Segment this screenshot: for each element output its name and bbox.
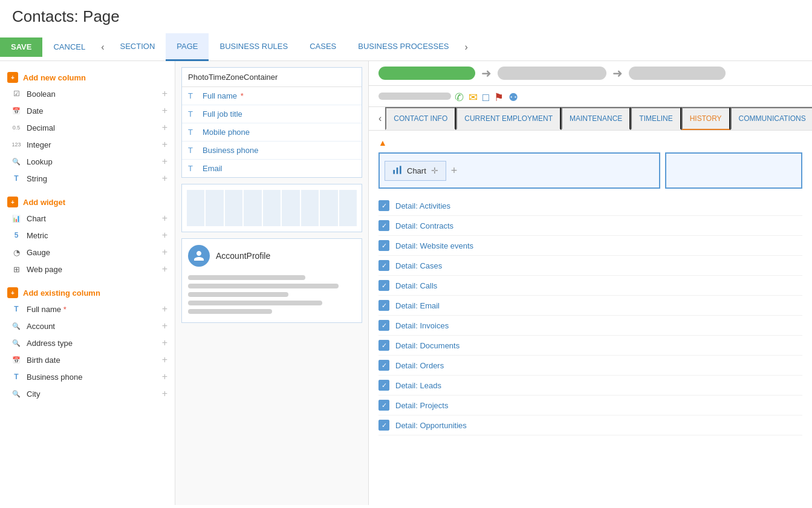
detail-item-website_events[interactable]: ✓ Detail: Website events xyxy=(378,236,802,256)
chart-add-icon[interactable]: + xyxy=(162,213,167,224)
string-icon xyxy=(11,173,22,184)
string-add-icon[interactable]: + xyxy=(162,173,167,184)
move-icon[interactable]: ✛ xyxy=(431,166,438,175)
account-add-icon[interactable]: + xyxy=(162,321,167,331)
webpage-add-icon[interactable]: + xyxy=(162,264,167,275)
svg-rect-2 xyxy=(400,166,401,174)
right-tabs: ‹ CONTACT INFO CURRENT EMPLOYMENT MAINTE… xyxy=(369,107,812,131)
business-phone-type-icon xyxy=(11,371,22,382)
field-mobile-phone[interactable]: T Mobile phone xyxy=(182,123,362,142)
sidebar-item-chart[interactable]: Chart + xyxy=(0,210,175,227)
fullname-add-icon[interactable]: + xyxy=(162,304,167,314)
sidebar-item-gauge[interactable]: Gauge + xyxy=(0,244,175,261)
birth-date-add-icon[interactable]: + xyxy=(162,354,167,365)
progress-bar-container: ➜ ➜ xyxy=(378,66,802,80)
detail-item-orders[interactable]: ✓ Detail: Orders xyxy=(378,356,802,376)
fullname-type-icon xyxy=(11,304,22,314)
date-add-icon[interactable]: + xyxy=(162,105,167,116)
sidebar-item-metric[interactable]: Metric + xyxy=(0,227,175,244)
sidebar-item-integer[interactable]: Integer + xyxy=(0,136,175,153)
detail-label-documents: Detail: Documents xyxy=(395,341,460,350)
integer-add-icon[interactable]: + xyxy=(162,139,167,150)
nav-next-arrow[interactable]: › xyxy=(460,42,473,53)
sidebar-item-fullname[interactable]: Full name * + xyxy=(0,301,175,318)
sidebar-item-boolean[interactable]: Boolean + xyxy=(0,85,175,102)
progress-sub-1 xyxy=(378,93,451,100)
chart-widget-inner[interactable]: Chart ✛ xyxy=(385,161,446,181)
tab-business-rules[interactable]: BUSINESS RULES xyxy=(209,33,299,61)
detail-checkbox-website_events: ✓ xyxy=(378,240,389,251)
sidebar-item-decimal[interactable]: Decimal + xyxy=(0,119,175,136)
sidebar-item-birth-date[interactable]: Birth date + xyxy=(0,351,175,368)
sidebar-item-account[interactable]: Account + xyxy=(0,318,175,334)
business-phone-add-icon[interactable]: + xyxy=(162,371,167,382)
detail-item-calls[interactable]: ✓ Detail: Calls xyxy=(378,276,802,296)
tab-page[interactable]: PAGE xyxy=(166,33,209,61)
city-add-icon[interactable]: + xyxy=(162,388,167,399)
tab-business-processes[interactable]: BUSINESS PROCESSES xyxy=(347,33,460,61)
sidebar-item-webpage[interactable]: Web page + xyxy=(0,261,175,278)
tab-communications[interactable]: COMMUNICATIONS xyxy=(730,107,812,130)
collapse-icon[interactable]: ▲ xyxy=(378,138,802,148)
sidebar-item-lookup[interactable]: Lookup + xyxy=(0,153,175,170)
cancel-button[interactable]: CANCEL xyxy=(42,42,96,51)
sidebar-item-address-type[interactable]: Address type + xyxy=(0,334,175,351)
tabs-prev-arrow[interactable]: ‹ xyxy=(375,113,385,124)
field-full-job-title[interactable]: T Full job title xyxy=(182,105,362,123)
detail-item-activities[interactable]: ✓ Detail: Activities xyxy=(378,196,802,216)
sidebar-item-date[interactable]: Date + xyxy=(0,102,175,119)
sidebar-item-string[interactable]: String + xyxy=(0,170,175,187)
tab-maintenance[interactable]: MAINTENANCE xyxy=(561,107,631,130)
right-panel: ➜ ➜ ✆ ✉ □ ⚑ ⚉ ‹ CONTACT INFO CURRENT EMP… xyxy=(369,61,812,505)
tab-contact-info[interactable]: CONTACT INFO xyxy=(385,107,456,130)
grid-col-4 xyxy=(244,190,261,226)
web-icon[interactable]: ⚉ xyxy=(508,91,518,104)
detail-label-cases: Detail: Cases xyxy=(395,261,442,270)
page-title: Contacts: Page xyxy=(12,7,800,26)
detail-item-cases[interactable]: ✓ Detail: Cases xyxy=(378,256,802,276)
email-icon[interactable]: ✉ xyxy=(469,91,478,104)
message-icon[interactable]: □ xyxy=(482,91,489,104)
flag-icon[interactable]: ⚑ xyxy=(494,91,504,104)
arrow-connector-2: ➜ xyxy=(612,66,623,80)
save-button[interactable]: SAVE xyxy=(0,37,42,57)
detail-item-contracts[interactable]: ✓ Detail: Contracts xyxy=(378,216,802,236)
tab-cases[interactable]: CASES xyxy=(299,33,347,61)
svg-rect-1 xyxy=(397,168,398,174)
tab-timeline[interactable]: TIMELINE xyxy=(631,107,681,130)
detail-item-opportunities[interactable]: ✓ Detail: Opportunities xyxy=(378,415,802,435)
sidebar-item-business-phone[interactable]: Business phone + xyxy=(0,368,175,385)
bool-icon xyxy=(11,88,22,99)
detail-label-calls: Detail: Calls xyxy=(395,281,437,290)
nav-prev-arrow[interactable]: ‹ xyxy=(96,42,109,53)
tab-current-employment[interactable]: CURRENT EMPLOYMENT xyxy=(456,107,561,130)
address-type-add-icon[interactable]: + xyxy=(162,337,167,348)
field-business-phone[interactable]: T Business phone xyxy=(182,142,362,160)
field-email[interactable]: T Email xyxy=(182,160,362,177)
phone-icon[interactable]: ✆ xyxy=(455,91,464,104)
decimal-add-icon[interactable]: + xyxy=(162,122,167,133)
tab-section[interactable]: SECTION xyxy=(109,33,166,61)
detail-item-documents[interactable]: ✓ Detail: Documents xyxy=(378,336,802,356)
chart-icon xyxy=(11,213,22,224)
lookup-add-icon[interactable]: + xyxy=(162,156,167,167)
account-profile-title: AccountProfile xyxy=(216,251,270,261)
boolean-add-icon[interactable]: + xyxy=(162,88,167,99)
chart-widget-plus-icon[interactable]: + xyxy=(451,164,458,177)
detail-checkbox-projects: ✓ xyxy=(378,400,389,411)
sidebar-item-city[interactable]: City + xyxy=(0,385,175,402)
detail-item-projects[interactable]: ✓ Detail: Projects xyxy=(378,396,802,415)
metric-add-icon[interactable]: + xyxy=(162,230,167,241)
detail-item-invoices[interactable]: ✓ Detail: Invoices xyxy=(378,316,802,336)
detail-item-leads[interactable]: ✓ Detail: Leads xyxy=(378,376,802,396)
detail-checkbox-activities: ✓ xyxy=(378,200,389,211)
grid-col-8 xyxy=(320,190,337,226)
add-widget-header: + Add widget xyxy=(0,192,175,210)
tab-history[interactable]: HISTORY xyxy=(681,107,730,130)
detail-item-email[interactable]: ✓ Detail: Email xyxy=(378,296,802,316)
field-full-name[interactable]: T Full name * xyxy=(182,87,362,105)
add-existing-column-header: + Add existing column xyxy=(0,282,175,301)
city-type-icon xyxy=(11,388,22,399)
gauge-add-icon[interactable]: + xyxy=(162,247,167,258)
address-type-icon xyxy=(11,337,22,348)
